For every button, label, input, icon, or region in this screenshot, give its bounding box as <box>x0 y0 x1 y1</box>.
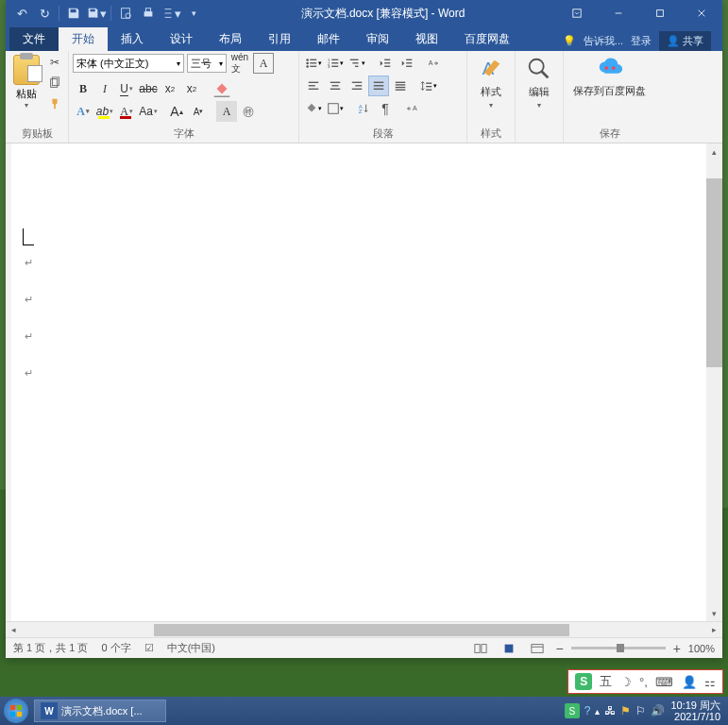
ribbon-options-icon[interactable] <box>556 0 598 26</box>
shrink-font-icon[interactable]: A▾ <box>188 101 209 122</box>
share-button[interactable]: 👤共享 <box>659 31 711 51</box>
underline-button[interactable]: U▾ <box>116 78 137 99</box>
enclose-char-icon[interactable]: ㊕ <box>238 101 259 122</box>
ime-moon-icon[interactable]: ☽ <box>620 675 632 689</box>
tab-design[interactable]: 设计 <box>157 27 206 51</box>
redo-icon[interactable]: ↻ <box>34 3 55 24</box>
zoom-level[interactable]: 100% <box>688 643 715 654</box>
font-name-combo[interactable]: 宋体 (中文正文)▾ <box>73 54 184 73</box>
tray-volume-icon[interactable]: 🔊 <box>651 704 665 717</box>
copy-icon[interactable] <box>45 74 64 93</box>
word-count[interactable]: 0 个字 <box>101 641 130 655</box>
sort-icon[interactable]: AZ <box>353 98 374 119</box>
bold-button[interactable]: B <box>73 78 93 99</box>
taskbar-word-item[interactable]: W 演示文档.docx [... <box>34 700 166 722</box>
ime-mode[interactable]: 五 <box>600 673 612 690</box>
tab-layout[interactable]: 布局 <box>206 27 255 51</box>
distribute-icon[interactable] <box>390 76 411 96</box>
scroll-left-icon[interactable]: ◂ <box>6 625 22 634</box>
ime-menu-icon[interactable]: ⚏ <box>704 675 716 689</box>
ime-toolbar[interactable]: S 五 ☽ °, ⌨ 👤 ⚏ <box>567 669 723 694</box>
line-spacing-icon[interactable]: ▾ <box>418 76 439 96</box>
start-button[interactable] <box>4 699 28 723</box>
read-mode-icon[interactable] <box>470 640 491 657</box>
tab-file[interactable]: 文件 <box>9 27 59 51</box>
zoom-out-button[interactable]: − <box>555 641 563 656</box>
tell-me-button[interactable]: 告诉我... <box>584 34 623 48</box>
print-layout-icon[interactable] <box>499 640 519 657</box>
format-painter-icon[interactable] <box>45 94 64 113</box>
proofing-icon[interactable]: ☑ <box>144 642 154 654</box>
ime-keyboard-icon[interactable]: ⌨ <box>655 675 673 689</box>
undo-icon[interactable]: ↶ <box>11 3 32 24</box>
ime-punct-icon[interactable]: °, <box>639 675 648 689</box>
editing-button[interactable]: 编辑▾ <box>519 53 559 111</box>
vertical-scrollbar[interactable]: ▴ ▾ <box>706 143 722 621</box>
tab-home[interactable]: 开始 <box>59 27 108 51</box>
multilevel-list-icon[interactable]: ▾ <box>347 53 367 74</box>
borders-icon[interactable]: ▾ <box>325 98 346 119</box>
styles-button[interactable]: A 样式▾ <box>471 53 511 111</box>
tab-baidu[interactable]: 百度网盘 <box>451 27 523 51</box>
taskbar-clock[interactable]: 10:19 周六 2021/7/10 <box>670 700 724 722</box>
language-status[interactable]: 中文(中国) <box>167 641 215 655</box>
tray-security-icon[interactable]: ⚑ <box>620 704 631 717</box>
tab-references[interactable]: 引用 <box>255 27 304 51</box>
scroll-up-icon[interactable]: ▴ <box>706 143 722 160</box>
grow-font-icon[interactable]: A▴ <box>166 101 187 122</box>
print-preview-icon[interactable] <box>115 3 136 24</box>
web-layout-icon[interactable] <box>527 640 548 657</box>
hscroll-thumb[interactable] <box>154 624 569 636</box>
numbering-icon[interactable]: 123▾ <box>325 53 346 74</box>
shading-icon[interactable]: ▾ <box>303 98 324 119</box>
scroll-down-icon[interactable]: ▾ <box>706 605 722 621</box>
tab-insert[interactable]: 插入 <box>108 27 157 51</box>
close-button[interactable] <box>681 0 722 26</box>
rtl-icon[interactable]: A <box>401 98 422 119</box>
strikethrough-button[interactable]: abc <box>138 78 159 99</box>
tray-ime-icon[interactable]: S <box>565 703 580 718</box>
superscript-button[interactable]: x2 <box>181 78 202 99</box>
login-button[interactable]: 登录 <box>631 34 652 48</box>
clear-formatting-icon[interactable] <box>212 78 232 99</box>
document-page[interactable]: ↵ ↵ ↵ ↵ <box>11 143 706 621</box>
touch-mode-icon[interactable]: ▾ <box>161 3 181 24</box>
tab-view[interactable]: 视图 <box>402 27 451 51</box>
align-center-icon[interactable] <box>325 76 346 96</box>
font-size-combo[interactable]: 三号▾ <box>187 54 227 73</box>
ime-user-icon[interactable]: 👤 <box>682 675 697 689</box>
increase-indent-icon[interactable] <box>397 53 417 74</box>
ime-logo-icon[interactable]: S <box>575 673 592 690</box>
align-justify-icon[interactable] <box>368 76 389 96</box>
font-color-icon[interactable]: A▾ <box>116 101 137 122</box>
text-effects-icon[interactable]: A▾ <box>73 101 93 122</box>
zoom-in-button[interactable]: + <box>673 641 681 656</box>
scroll-thumb[interactable] <box>706 178 722 367</box>
char-border-icon[interactable]: A <box>253 53 274 74</box>
italic-button[interactable]: I <box>94 78 115 99</box>
page-status[interactable]: 第 1 页，共 1 页 <box>13 641 88 655</box>
cut-icon[interactable]: ✂ <box>45 53 64 72</box>
change-case-icon[interactable]: Aa▾ <box>138 101 159 122</box>
align-right-icon[interactable] <box>347 76 367 96</box>
bullets-icon[interactable]: ▾ <box>303 53 324 74</box>
scroll-right-icon[interactable]: ▸ <box>706 625 722 634</box>
horizontal-scrollbar[interactable]: ◂ ▸ <box>6 621 722 637</box>
align-left-icon[interactable] <box>303 76 324 96</box>
char-shading-icon[interactable]: A <box>216 101 237 122</box>
subscript-button[interactable]: x2 <box>160 78 180 99</box>
show-marks-icon[interactable]: ¶ <box>375 98 396 119</box>
quick-print-icon[interactable] <box>138 3 159 24</box>
save-icon[interactable] <box>63 3 84 24</box>
tray-network-icon[interactable]: 🖧 <box>604 704 616 717</box>
tray-action-icon[interactable]: ⚐ <box>635 704 646 717</box>
save-baidu-button[interactable]: 保存到百度网盘 <box>567 53 652 98</box>
tray-chevron-icon[interactable]: ▴ <box>595 706 600 717</box>
tray-help-icon[interactable]: ? <box>584 704 591 717</box>
paste-button[interactable]: 粘贴 ▾ <box>9 53 43 111</box>
highlight-icon[interactable]: ab▾ <box>94 101 115 122</box>
save-as-icon[interactable]: ▾ <box>86 3 107 24</box>
tab-mailings[interactable]: 邮件 <box>304 27 353 51</box>
qat-customize-icon[interactable]: ▾ <box>183 3 204 24</box>
phonetic-guide-icon[interactable]: wén文 <box>229 53 250 74</box>
